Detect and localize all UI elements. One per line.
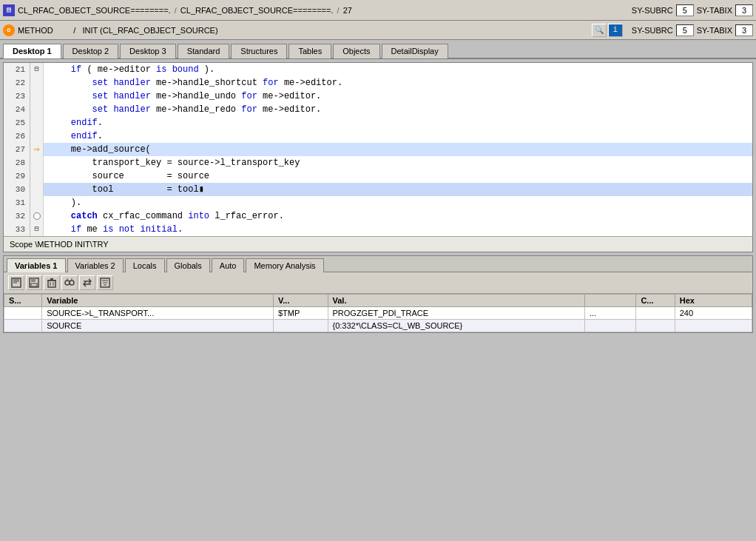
current-line-arrow: ⇒ <box>33 143 39 156</box>
svg-point-12 <box>65 280 70 285</box>
line-marker-21: ⊟ <box>30 63 44 76</box>
line-number: 24 <box>4 103 30 116</box>
method-text: METHOD / INIT (CL_RFAC_OBJECT_SOURCE) <box>18 26 589 35</box>
cell-s <box>4 307 42 320</box>
line-number: 33 <box>4 223 30 236</box>
scope-text: Scope \METHOD INIT\TRY <box>10 240 109 249</box>
cell-v <box>273 320 328 332</box>
tab-variables2[interactable]: Variables 2 <box>67 258 124 272</box>
app-icon: ▤ <box>3 4 15 16</box>
line-code-26: endif. <box>44 130 752 143</box>
cell-v: $TMP <box>273 307 328 320</box>
toolbar-filter-icon[interactable] <box>97 275 113 290</box>
tab-auto[interactable]: Auto <box>212 258 245 272</box>
bottom-toolbar <box>4 272 752 294</box>
collapse-icon[interactable]: ⊟ <box>34 63 38 76</box>
toolbar-icons: 🔍 i <box>592 24 623 37</box>
line-code-24: set handler me->handle_redo for me->edit… <box>44 103 752 116</box>
tab-standard[interactable]: Standard <box>178 44 230 58</box>
breakpoint-icon[interactable] <box>33 212 41 220</box>
line-marker-26 <box>30 130 44 143</box>
code-line-23: 23 set handler me->handle_undo for me->e… <box>4 90 752 103</box>
line-code-33: if me is not initial. <box>44 223 752 236</box>
cell-val: {0:332*\CLASS=CL_WB_SOURCE} <box>328 320 584 332</box>
svg-point-13 <box>70 280 74 285</box>
line-code-25: endif. <box>44 116 752 130</box>
tab-locals[interactable]: Locals <box>125 258 165 272</box>
code-line-30: 30 tool = tool▮ <box>4 183 752 196</box>
svg-rect-7 <box>48 280 55 287</box>
svg-rect-5 <box>31 278 36 282</box>
line-code-29: source = source <box>44 169 752 183</box>
line-number: 32 <box>4 209 30 223</box>
cell-variable: SOURCE <box>42 320 274 332</box>
bottom-tab-bar: Variables 1 Variables 2 Locals Globals A… <box>4 256 752 272</box>
col-header-c: C... <box>636 295 675 307</box>
toolbar-export-icon[interactable] <box>8 275 24 290</box>
svg-rect-6 <box>31 283 37 286</box>
line-marker-32 <box>30 209 44 223</box>
top-bar: ▤ CL_RFAC_OBJECT_SOURCE========. / CL_RF… <box>0 0 756 21</box>
cell-s <box>4 320 42 332</box>
line-number: 26 <box>4 130 30 143</box>
line-marker-28 <box>30 156 44 169</box>
line-marker-22 <box>30 76 44 90</box>
line-number: 29 <box>4 169 30 183</box>
tab-desktop2[interactable]: Desktop 2 <box>63 44 119 58</box>
tab-variables1[interactable]: Variables 1 <box>7 258 66 272</box>
tab-detaildisplay[interactable]: DetailDisplay <box>382 44 448 58</box>
main-content: 21 ⊟ if ( me->editor is bound ). 22 set … <box>3 62 753 252</box>
code-line-28: 28 transport_key = source->l_transport_k… <box>4 156 752 169</box>
sy-tabix-label: SY-TABIX <box>697 6 732 15</box>
breadcrumb-part2: CL_RFAC_OBJECT_SOURCE========. <box>180 6 334 15</box>
code-line-21: 21 ⊟ if ( me->editor is bound ). <box>4 63 752 76</box>
cell-c <box>636 307 675 320</box>
code-line-24: 24 set handler me->handle_redo for me->e… <box>4 103 752 116</box>
main-tab-bar: Desktop 1 Desktop 2 Desktop 3 Standard S… <box>0 40 756 59</box>
cell-extra: ... <box>584 307 635 320</box>
col-header-s: S... <box>4 295 42 307</box>
sy-subrc-value2: 5 <box>676 24 694 36</box>
toolbar-save-icon[interactable] <box>26 275 42 290</box>
line-number: 31 <box>4 196 30 209</box>
cell-c <box>636 320 675 332</box>
breadcrumb-line: 27 <box>343 6 352 15</box>
line-number: 21 <box>4 63 30 76</box>
line-code-27: me->add_source( <box>44 143 752 156</box>
sy-subrc-label2: SY-SUBRC <box>632 26 673 35</box>
line-marker-25 <box>30 116 44 130</box>
cell-hex <box>675 320 752 332</box>
code-editor[interactable]: 21 ⊟ if ( me->editor is bound ). 22 set … <box>4 63 752 236</box>
tab-desktop3[interactable]: Desktop 3 <box>120 44 176 58</box>
breadcrumb-part1: CL_RFAC_OBJECT_SOURCE========. <box>18 6 171 15</box>
line-code-32: catch cx_rfac_command into l_rfac_error. <box>44 209 752 223</box>
icon-info[interactable]: i <box>608 24 623 37</box>
tab-memory-analysis[interactable]: Memory Analysis <box>246 258 323 272</box>
sy-tabix-value2: 3 <box>735 24 753 36</box>
line-code-31: ). <box>44 196 752 209</box>
line-code-22: set handler me->handle_shortcut for me->… <box>44 76 752 90</box>
tab-globals[interactable]: Globals <box>166 258 210 272</box>
line-number: 22 <box>4 76 30 90</box>
collapse-icon-33[interactable]: ⊟ <box>34 223 38 236</box>
sy-tabix-value: 3 <box>735 4 753 16</box>
line-number: 23 <box>4 90 30 103</box>
toolbar-delete-icon[interactable] <box>44 275 60 290</box>
col-header-hex: Hex <box>675 295 752 307</box>
line-number: 25 <box>4 116 30 130</box>
second-bar: ✿ METHOD / INIT (CL_RFAC_OBJECT_SOURCE) … <box>0 21 756 40</box>
sys-fields: SY-SUBRC 5 SY-TABIX 3 <box>632 4 753 16</box>
line-marker-24 <box>30 103 44 116</box>
toolbar-swap-icon[interactable] <box>79 275 95 290</box>
tab-objects[interactable]: Objects <box>333 44 379 58</box>
line-marker-30 <box>30 183 44 196</box>
icon-magnifier[interactable]: 🔍 <box>592 24 607 37</box>
tab-structures[interactable]: Structures <box>231 44 287 58</box>
tab-tables[interactable]: Tables <box>288 44 331 58</box>
method-icon: ✿ <box>3 24 15 36</box>
line-code-30: tool = tool▮ <box>44 183 752 196</box>
table-row: SOURCE {0:332*\CLASS=CL_WB_SOURCE} <box>4 320 752 332</box>
toolbar-settings-icon[interactable] <box>61 275 78 290</box>
tab-desktop1[interactable]: Desktop 1 <box>3 44 61 58</box>
cell-variable: SOURCE->L_TRANSPORT... <box>42 307 274 320</box>
